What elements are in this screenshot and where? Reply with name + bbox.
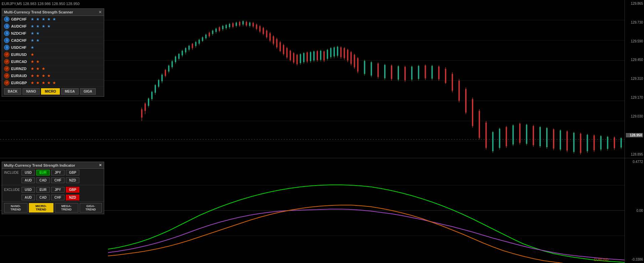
pair-icon: ↺: [4, 80, 9, 86]
svg-rect-59: [226, 25, 227, 28]
svg-rect-101: [296, 55, 298, 64]
svg-rect-169: [465, 89, 467, 112]
svg-rect-23: [165, 70, 166, 76]
pair-icon: ℹ: [4, 45, 9, 50]
micro-trend-button[interactable]: MICRO-TREND: [29, 203, 53, 212]
svg-rect-43: [199, 40, 200, 44]
exclude-aud-button[interactable]: AUD: [22, 195, 35, 200]
exclude-jpy-button[interactable]: JPY: [51, 187, 65, 193]
svg-rect-49: [209, 33, 210, 36]
svg-rect-67: [239, 22, 240, 26]
svg-rect-11: [145, 103, 146, 111]
pair-stars: ★ ★ ★ ★: [31, 24, 51, 29]
svg-rect-107: [307, 53, 308, 62]
pair-icon: ↺: [4, 66, 9, 71]
scanner-back-button[interactable]: BACK: [4, 88, 21, 95]
svg-rect-191: [539, 127, 541, 146]
svg-rect-105: [303, 53, 305, 62]
include-label: INCLUDE: [4, 171, 20, 174]
svg-rect-55: [219, 27, 220, 31]
svg-rect-41: [195, 42, 196, 46]
price-129170: 129.170: [626, 96, 643, 99]
pair-name: AUDCHF: [11, 24, 31, 28]
main-container: EURJPY,M5 128.983 128.986 128.950 128.95…: [0, 0, 644, 263]
indicator-title-bar: Multy-Currency Trend Strength Indicator …: [2, 162, 104, 169]
include-eur-button[interactable]: EUR: [36, 170, 50, 175]
scanner-mega-button[interactable]: MEGA: [61, 88, 79, 95]
exclude-eur-button[interactable]: EUR: [36, 187, 50, 193]
indicator-close-button[interactable]: ✕: [99, 163, 102, 167]
include-gbp-button[interactable]: GBP: [66, 170, 79, 175]
mega-trend-button[interactable]: MEGA-TREND: [55, 203, 78, 212]
exclude-cad-button[interactable]: CAD: [36, 195, 50, 200]
pair-name: CADCHF: [11, 38, 31, 42]
svg-rect-183: [513, 125, 514, 144]
svg-rect-115: [320, 51, 321, 60]
svg-rect-51: [212, 31, 213, 34]
include-usd-button[interactable]: USD: [22, 170, 35, 175]
svg-rect-209: [600, 136, 602, 150]
nano-trend-button[interactable]: NANO-TREND: [4, 203, 28, 212]
svg-rect-159: [432, 66, 433, 79]
svg-rect-189: [533, 126, 534, 145]
top-chart: EURJPY,M5 128.983 128.986 128.950 128.95…: [0, 0, 644, 158]
scanner-pair-row: ↺EURUSD★: [2, 51, 104, 58]
include-aud-button[interactable]: AUD: [22, 177, 35, 183]
svg-rect-147: [391, 66, 392, 79]
svg-rect-175: [485, 123, 487, 148]
scanner-buttons-row: BACKNANOMICROMEGAGIGA: [2, 87, 104, 96]
pair-stars: ★ ★ ★ ★ ★: [31, 80, 56, 85]
svg-rect-171: [472, 99, 473, 126]
svg-rect-91: [280, 42, 281, 51]
svg-rect-97: [290, 51, 291, 60]
svg-rect-161: [438, 67, 440, 79]
include-chf-button[interactable]: CHF: [51, 177, 65, 183]
svg-rect-153: [411, 67, 412, 80]
scanner-close-button[interactable]: ✕: [98, 10, 102, 14]
scanner-micro-button[interactable]: MICRO: [41, 88, 59, 95]
svg-rect-211: [607, 137, 608, 149]
svg-rect-47: [205, 35, 207, 38]
svg-rect-57: [222, 26, 224, 29]
svg-rect-39: [192, 44, 193, 48]
svg-rect-109: [310, 52, 311, 61]
scanner-title: Multi-Currency Trend Strength Scanner: [4, 10, 73, 14]
svg-rect-203: [580, 134, 581, 153]
bottom-indicator: Multy-Currency Trend Strength Indicator …: [0, 158, 644, 263]
pair-icon: ↺: [4, 73, 9, 78]
svg-rect-13: [148, 98, 149, 106]
current-price: 128.950: [626, 133, 643, 137]
price-128895: 128.895: [626, 153, 643, 156]
exclude-nzd-button[interactable]: NZD: [66, 195, 79, 200]
svg-text:EURUSD: EURUSD: [594, 258, 608, 262]
include-cad-button[interactable]: CAD: [36, 177, 50, 183]
svg-rect-121: [330, 48, 331, 57]
pair-name: EURCAD: [11, 60, 31, 64]
svg-rect-201: [573, 133, 574, 152]
scanner-giga-button[interactable]: GIGA: [80, 88, 96, 95]
svg-rect-167: [458, 80, 460, 101]
exclude-gbp-button[interactable]: GBP: [66, 187, 79, 193]
include-row-1: INCLUDE USD EUR JPY GBP: [2, 169, 104, 176]
scanner-pair-row: ℹGBPCHF★ ★ ★ ★ ★: [2, 16, 104, 23]
svg-rect-103: [300, 54, 301, 63]
svg-rect-89: [276, 39, 278, 47]
svg-rect-83: [266, 31, 267, 37]
scanner-nano-button[interactable]: NANO: [23, 88, 40, 95]
include-nzd-button[interactable]: NZD: [66, 177, 79, 183]
giga-trend-button[interactable]: GIGA-TREND: [80, 203, 102, 212]
svg-rect-37: [188, 46, 190, 50]
svg-rect-179: [499, 129, 500, 148]
include-jpy-button[interactable]: JPY: [51, 170, 65, 175]
exclude-chf-button[interactable]: CHF: [51, 195, 65, 200]
pair-stars: ★ ★ ★ ★: [31, 73, 51, 78]
exclude-usd-button[interactable]: USD: [22, 187, 35, 193]
pair-stars: ★ ★ ★: [31, 66, 46, 71]
svg-rect-73: [249, 23, 250, 26]
trend-buttons-row: NANO-TREND MICRO-TREND MEGA-TREND GIGA-T…: [2, 201, 104, 214]
svg-rect-131: [347, 50, 348, 61]
svg-rect-193: [546, 128, 548, 147]
include-row-2: AUD CAD CHF NZD: [2, 176, 104, 184]
pair-icon: ℹ: [4, 24, 9, 29]
svg-rect-93: [283, 45, 284, 54]
